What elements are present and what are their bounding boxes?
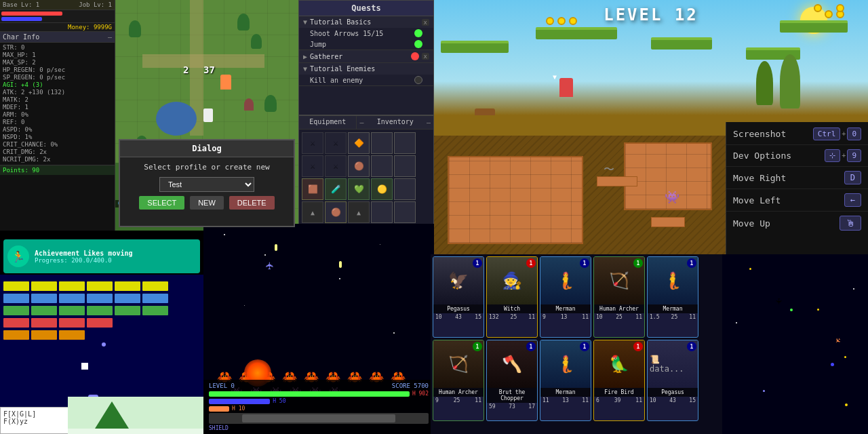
brick-g5	[115, 306, 140, 315]
equip-slot-6[interactable]: ⚔	[302, 155, 323, 177]
mp-bar	[1, 17, 42, 21]
card-witch[interactable]: 1 🧙 Witch 1322511	[486, 256, 538, 338]
card-merman-1[interactable]: 1 🧜 Merman 91311	[540, 256, 591, 338]
stat-agi: AGI: +4 (3)	[3, 81, 112, 88]
card-archer-2[interactable]: 1 🏹 Human Archer 92511	[433, 340, 484, 421]
equip-slot-7[interactable]: ⚔	[325, 155, 347, 177]
brick-r4	[87, 318, 113, 328]
equip-slot-3[interactable]: 🔶	[348, 132, 370, 154]
stat-ref: REF: 0	[3, 119, 112, 125]
quest-enemies-header[interactable]: ▼ Tutorial Enemies	[299, 63, 433, 75]
equip-slot-16[interactable]: ▲	[302, 201, 323, 223]
brick-g6	[142, 306, 168, 315]
quest-basics-close[interactable]: x	[422, 19, 429, 26]
quest-dot-arrows	[414, 29, 422, 37]
key-0: 0	[847, 127, 861, 140]
quest-gatherer-icon: ▶	[303, 53, 307, 60]
cards-panel: 1 🦅 Pegasus 104315 1 🧙 Witch 1322511 1 🧜…	[431, 254, 722, 434]
quest-basics-header[interactable]: ▼ Tutorial Basics x	[299, 16, 433, 28]
equip-slot-11[interactable]: 🟫	[302, 178, 323, 200]
equip-slot-5[interactable]	[394, 132, 416, 154]
stat-critdmg: CRIT_DMG: 2x	[3, 149, 112, 155]
equip-slot-9[interactable]	[371, 155, 393, 177]
card-name-4: Human Archer	[594, 304, 644, 313]
card-pegasus-2[interactable]: 1 📜 data... Pegasus 104315	[647, 340, 698, 421]
equip-slot-12[interactable]: 🧪	[325, 178, 347, 200]
stat-matk: MATK: 2	[3, 96, 112, 103]
card-archer-1[interactable]: 1 🏹 Human Archer 102511	[593, 256, 645, 338]
npc-char	[203, 108, 213, 122]
equip-slot-17[interactable]: 🟤	[325, 201, 347, 223]
dialog-new-btn[interactable]: NEW	[190, 196, 224, 210]
ctrl-moveleft-label: Move Left	[733, 195, 781, 205]
rpg-stats-panel: Base Lv: 1 Job Lv: 1 Money: 9999G Char I…	[0, 0, 115, 231]
ctrl-moveleft-row: Move Left ←	[726, 189, 868, 212]
stat-atk: ATK: 2 +130 (132)	[3, 89, 112, 96]
equip-slot-15[interactable]	[394, 178, 416, 200]
tree-shape	[95, 401, 129, 429]
ctrl-devoptions-keys: ⊹ + 9	[825, 149, 861, 162]
inv-close-btn[interactable]: —	[424, 116, 433, 129]
brick-r3	[59, 318, 85, 328]
dirt-texture: 〜 👾	[434, 136, 726, 254]
key-plus-2: +	[842, 152, 846, 159]
equip-slot-1[interactable]: ⚔	[302, 132, 323, 154]
card-pegasus-1[interactable]: 1 🦅 Pegasus 104315	[433, 256, 484, 338]
points-display: Points: 90	[0, 165, 115, 175]
equip-slot-2[interactable]: ⚔	[325, 132, 347, 154]
ctrl-moveright-label: Move Right	[733, 173, 786, 183]
cave-bat: 〜	[604, 163, 614, 177]
key-ctrl: Ctrl	[813, 127, 841, 140]
dialog-delete-btn[interactable]: DELETE	[229, 196, 275, 210]
equip-slot-13[interactable]: 💚	[348, 178, 370, 200]
card-merman-2[interactable]: 1 🧜 Merman 1.52511	[647, 256, 698, 338]
equip-close-btn[interactable]: —	[357, 116, 366, 129]
brick-row-5	[3, 330, 85, 340]
breakout-ball	[81, 363, 88, 370]
hud-top: LEVEL 0 SCORE 5700	[209, 382, 429, 389]
card-badge-4: 1	[633, 258, 643, 268]
card-badge-9: 1	[633, 342, 643, 351]
card-stats-10: 104315	[648, 397, 698, 404]
achievement-text-block: Achievement Likes moving Progress: 200.0…	[35, 250, 133, 264]
quest-gatherer-header[interactable]: ▶ Gatherer x	[299, 50, 433, 62]
hud-score: SCORE 5700	[392, 382, 429, 389]
space-star-6	[736, 322, 737, 323]
equip-slot-18[interactable]: ▲	[348, 201, 370, 223]
equip-slot-20[interactable]	[394, 201, 416, 223]
ep-value: H 10	[232, 406, 245, 412]
equip-slot-14[interactable]: 🟡	[371, 178, 393, 200]
brick-b1	[3, 294, 29, 303]
quest-gatherer-close[interactable]: x	[422, 53, 429, 60]
dialog-title: Dialog	[120, 140, 294, 157]
quest-item-kill: Kill an enemy	[299, 75, 433, 85]
brick-o2	[31, 330, 57, 340]
card-badge-8: 1	[580, 342, 589, 351]
card-name-8: Merman	[540, 388, 591, 397]
char-info-collapse[interactable]: —	[108, 33, 112, 41]
tab-equipment[interactable]: Equipment	[299, 116, 357, 129]
stat-spregen: SP_REGEN: 0 p/sec	[3, 74, 112, 81]
stat-hpregen: HP_REGEN: 0 p/sec	[3, 66, 112, 73]
dialog-profile-select[interactable]: Test Profile 1	[159, 177, 254, 192]
star-6	[380, 244, 380, 245]
dialog-select-btn[interactable]: SELECT	[139, 196, 184, 210]
equip-slot-4[interactable]	[371, 132, 393, 154]
coin-2	[557, 17, 566, 25]
equip-slot-10[interactable]	[394, 155, 416, 177]
equip-slot-19[interactable]	[371, 201, 393, 223]
bg-tree-1	[780, 54, 800, 108]
card-firebird[interactable]: 1 🦜 Fire Bird 63911	[593, 340, 645, 421]
brick-grid	[449, 157, 582, 243]
quest-dot-kill	[414, 76, 422, 84]
equip-tabs: Equipment — Inventory —	[299, 116, 433, 130]
card-brut[interactable]: 1 🪓 Brut the Chopper 597317	[486, 340, 538, 421]
stat-mdef: MDEF: 1	[3, 104, 112, 111]
card-merman-3[interactable]: 1 🧜 Merman 111311	[540, 340, 591, 421]
equip-slot-8[interactable]: 🟤	[348, 155, 370, 177]
platform-1	[441, 41, 509, 53]
tab-inventory[interactable]: Inventory	[367, 116, 424, 129]
card-stats-7: 597317	[487, 403, 537, 410]
card-stats-5: 1.52511	[648, 313, 698, 321]
quest-enemies-icon: ▼	[303, 65, 307, 73]
